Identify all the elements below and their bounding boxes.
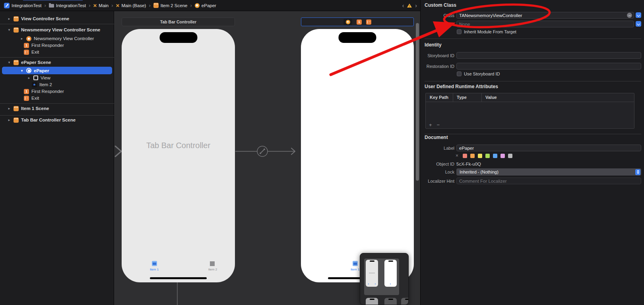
scene-header-tab-bar-controller[interactable]: Tab Bar Controller: [122, 17, 235, 26]
chevron-separator-icon: [190, 2, 192, 8]
exit-icon: [24, 50, 29, 55]
chevron-separator-icon: [111, 2, 113, 8]
scene-header-label: Tab Bar Controller: [160, 19, 196, 24]
sidebar-item-epaper-selected[interactable]: ePaper: [2, 67, 112, 74]
sidebar-item-item1-scene[interactable]: Item 1 Scene: [0, 105, 114, 112]
disclosure-icon[interactable]: [7, 106, 11, 110]
sidebar-item-label: First Responder: [31, 43, 64, 48]
sidebar-item-label: Item 2: [39, 82, 52, 87]
restoration-id-label: Restoration ID: [421, 64, 454, 69]
column-header-value: Value: [485, 95, 497, 100]
add-attribute-button[interactable]: +: [429, 122, 432, 128]
jumpbar-label: IntegrationTest: [56, 3, 86, 8]
jumpbar-item-epaper[interactable]: ePaper: [195, 3, 216, 8]
disclosure-icon[interactable]: [7, 28, 11, 32]
class-field-label: Class: [421, 13, 454, 18]
module-field[interactable]: None: [456, 21, 634, 27]
divider: [0, 24, 114, 24]
canvas-minimap[interactable]: [360, 253, 409, 305]
tab-item-1-icon[interactable]: [152, 261, 157, 266]
disclosure-icon[interactable]: [27, 76, 31, 80]
view-controller-icon: [26, 68, 31, 73]
sidebar-item-first-responder[interactable]: First Responder: [0, 42, 114, 49]
module-dropdown-button[interactable]: [636, 21, 641, 27]
sidebar-item-first-responder[interactable]: First Responder: [0, 88, 114, 95]
view-controller-icon[interactable]: [343, 19, 352, 25]
jump-bar: IntegrationTest IntegrationTest Main Mai…: [0, 0, 420, 11]
sidebar-item-view-controller-scene[interactable]: View Controller Scene: [0, 15, 114, 22]
identity-inspector: Custom Class Class TANewsmemoryViewContr…: [420, 0, 644, 305]
sidebar-item-tabbar-scene[interactable]: Tab Bar Controller Scene: [0, 116, 114, 124]
color-swatch-orange[interactable]: [470, 154, 475, 158]
clear-color-button[interactable]: [456, 153, 458, 158]
scene-icon: [14, 118, 19, 123]
sidebar-item-label: First Responder: [31, 89, 64, 94]
tab-bar-controller-placeholder: Tab Bar Controller: [122, 141, 235, 150]
storyboard-file-icon: [93, 3, 97, 8]
disclosure-icon[interactable]: [20, 37, 24, 41]
tab-bar-controller-device[interactable]: Tab Bar Controller Item 1 Item 2: [122, 29, 235, 282]
section-title-custom-class: Custom Class: [425, 2, 456, 8]
disclosure-icon[interactable]: [7, 17, 11, 21]
epaper-device[interactable]: Item 1: [301, 29, 414, 282]
use-storyboard-id-label: Use Storyboard ID: [464, 71, 500, 76]
sidebar-item-exit[interactable]: Exit: [0, 48, 114, 56]
navigate-back-button[interactable]: [402, 2, 404, 9]
divider: [0, 57, 114, 58]
lock-popup-button[interactable]: Inherited - (Nothing): [456, 168, 641, 176]
jumpbar-item-storyboard-base[interactable]: Main (Base): [116, 3, 146, 8]
color-swatch-blue[interactable]: [493, 154, 497, 158]
canvas-vertical-scrollbar[interactable]: [416, 23, 419, 181]
color-swatch-yellow[interactable]: [478, 154, 482, 158]
sidebar-item-item2[interactable]: Item 2: [0, 81, 114, 88]
document-label-field[interactable]: ePaper: [456, 145, 641, 151]
view-icon: [33, 75, 38, 80]
remove-attribute-button[interactable]: −: [437, 122, 440, 128]
color-swatch-red[interactable]: [463, 154, 467, 158]
storyboard-id-field[interactable]: [456, 52, 641, 59]
jumpbar-item-scene[interactable]: Item 2 Scene: [153, 3, 188, 8]
jumpbar-item-storyboard[interactable]: Main: [93, 3, 109, 8]
sidebar-item-exit[interactable]: Exit: [0, 95, 114, 102]
storyboard-id-label: Storyboard ID: [421, 53, 454, 58]
first-responder-icon: [24, 89, 29, 94]
runtime-attributes-table[interactable]: Key Path Type Value + −: [425, 93, 634, 129]
jumpbar-item-group[interactable]: IntegrationTest: [49, 3, 86, 8]
jumpbar-item-project[interactable]: IntegrationTest: [4, 3, 41, 8]
device-notch: [339, 32, 376, 43]
jump-to-class-button[interactable]: [627, 13, 632, 18]
sidebar-item-newsmemory-scene[interactable]: Newsmemory View Controller Scene: [0, 26, 114, 33]
sidebar-item-newsmemory-vc[interactable]: Newsmemory View Controller: [0, 35, 114, 42]
tab-item-1-label[interactable]: Item 1: [144, 268, 165, 271]
view-controller-icon: [26, 36, 31, 41]
tab-item-2-label[interactable]: Item 2: [203, 268, 223, 271]
sidebar-item-epaper-scene[interactable]: ePaper Scene: [0, 59, 114, 66]
sidebar-item-view[interactable]: View: [0, 74, 114, 81]
tab-bar-item-icon: [32, 82, 37, 87]
class-dropdown-button[interactable]: [636, 12, 641, 18]
class-field[interactable]: TANewsmemoryViewController: [456, 12, 634, 19]
color-swatch-green[interactable]: [485, 154, 490, 158]
warning-icon[interactable]: !: [407, 4, 412, 8]
tab-item-2-icon[interactable]: [210, 261, 215, 266]
disclosure-icon[interactable]: [7, 118, 11, 122]
navigate-forward-button[interactable]: [415, 2, 417, 9]
tab-item-1-icon[interactable]: [353, 261, 358, 266]
restoration-id-field[interactable]: [456, 63, 641, 69]
minimap-phone-thumbnail: [401, 298, 409, 305]
localizer-hint-field[interactable]: Comment For Localizer: [456, 178, 641, 184]
scene-icon: [153, 3, 159, 8]
scene-header-epaper-selected[interactable]: [301, 17, 414, 26]
color-swatch-pink[interactable]: [500, 154, 505, 158]
use-storyboard-id-checkbox[interactable]: [457, 71, 462, 76]
exit-icon[interactable]: [366, 19, 371, 25]
disclosure-icon[interactable]: [20, 69, 24, 73]
color-swatch-gray[interactable]: [508, 154, 512, 158]
module-field-label: Module: [421, 22, 454, 27]
disclosure-icon[interactable]: [7, 60, 11, 64]
first-responder-icon[interactable]: [357, 19, 362, 25]
xcode-project-icon: [4, 3, 10, 8]
scene-icon: [14, 16, 19, 21]
scene-icon: [14, 27, 19, 33]
inherit-module-checkbox[interactable]: [457, 29, 462, 34]
